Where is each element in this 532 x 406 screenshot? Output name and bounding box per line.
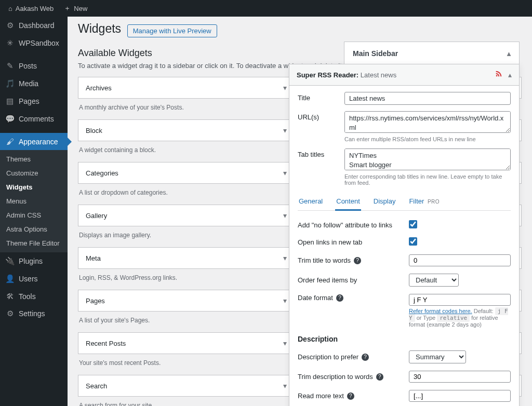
description-heading: Description [298, 335, 511, 343]
tabtitles-label: Tab titles [298, 148, 338, 158]
live-preview-button[interactable]: Manage with Live Preview [127, 24, 217, 37]
sidebar-item-comments[interactable]: 💬Comments [0, 110, 68, 128]
pro-badge: PRO [428, 199, 440, 205]
sidebar-item-label: Media [19, 79, 38, 88]
rss-settings-tabs: General Content Display Filter PRO [298, 192, 511, 211]
urls-textarea[interactable]: https://rss.nytimes.com/services/xml/rss… [344, 111, 511, 133]
available-widget[interactable]: Categories▾ [78, 162, 295, 184]
tools-icon: 🛠 [5, 292, 15, 301]
sidebar-item-media[interactable]: 🎵Media [0, 75, 68, 92]
available-widget[interactable]: Search▾ [78, 375, 295, 397]
tabtitles-textarea[interactable]: NYTimes Smart blogger [344, 148, 511, 170]
main-sidebar-title: Main Sidebar [353, 49, 398, 58]
sidebar-item-posts[interactable]: ✎Posts [0, 57, 68, 75]
hint-text: or Type [415, 315, 437, 321]
available-widget[interactable]: Archives▾ [78, 77, 295, 99]
sidebar-item-pages[interactable]: ▤Pages [0, 92, 68, 110]
chevron-down-icon: ▾ [283, 211, 287, 220]
submenu-admincss[interactable]: Admin CSS [0, 208, 68, 222]
sidebar-item-label: Posts [19, 62, 37, 70]
sidebar-item-label: Dashboard [19, 21, 55, 30]
format-codes-link[interactable]: Refer format codes here. [409, 308, 472, 314]
newtab-checkbox[interactable] [409, 237, 417, 246]
widget-instance-title: Latest news [361, 71, 396, 79]
submenu-themes[interactable]: Themes [0, 152, 68, 166]
widget-title: Gallery [86, 212, 107, 220]
trim-title-label: Trim title to words [298, 256, 351, 264]
sidebar-item-label: Plugins [19, 257, 43, 265]
help-icon[interactable]: ? [362, 354, 369, 361]
settings-icon: ⚙ [5, 309, 15, 318]
widget-title: Archives [86, 84, 112, 92]
chevron-down-icon: ▾ [283, 296, 287, 305]
title-input[interactable] [344, 92, 511, 105]
plugins-icon: 🔌 [5, 256, 15, 266]
widget-title: Block [86, 127, 102, 134]
sidebar-item-settings[interactable]: ⚙Settings [0, 305, 68, 322]
sidebar-item-label: WPSandbox [19, 39, 59, 47]
descprefer-select[interactable]: Summary [409, 350, 466, 363]
widget-panel-header[interactable]: Super RSS Reader: Latest news ▴ [289, 64, 519, 86]
main-sidebar-toggle[interactable]: Main Sidebar ▴ [344, 42, 520, 65]
sidebar-item-dashboard[interactable]: ⚙Dashboard [0, 17, 68, 34]
new-content-link[interactable]: ＋ New [60, 0, 91, 17]
available-widget[interactable]: Gallery▾ [78, 205, 295, 226]
dateformat-input[interactable] [409, 294, 511, 306]
tab-filter[interactable]: Filter PRO [408, 195, 441, 210]
help-icon[interactable]: ? [347, 393, 354, 400]
chevron-up-icon: ▴ [508, 71, 512, 79]
page-title: Widgets [78, 22, 121, 36]
tab-content[interactable]: Content [335, 195, 361, 211]
submenu-menus[interactable]: Menus [0, 194, 68, 208]
chevron-down-icon: ▾ [283, 126, 287, 134]
help-icon[interactable]: ? [376, 373, 383, 381]
chevron-up-icon: ▴ [507, 49, 511, 58]
available-widget[interactable]: Pages▾ [78, 290, 295, 312]
widget-description: A list or dropdown of categories. [78, 188, 295, 200]
widget-title: Pages [86, 297, 105, 305]
sidebar-item-label: Pages [19, 97, 39, 105]
dashboard-icon: ⚙ [5, 21, 15, 30]
trimdesc-label: Trim description to words [298, 373, 373, 381]
help-icon[interactable]: ? [354, 257, 361, 264]
users-icon: 👤 [5, 274, 15, 283]
widget-description: A list of your site's Pages. [78, 316, 295, 328]
title-label: Title [298, 92, 338, 102]
readmore-input[interactable] [409, 390, 511, 402]
rss-icon [495, 70, 503, 80]
sidebar-item-users[interactable]: 👤Users [0, 270, 68, 288]
trim-title-input[interactable] [409, 254, 511, 266]
available-widget[interactable]: Recent Posts▾ [78, 332, 295, 354]
sidebar-item-tools[interactable]: 🛠Tools [0, 288, 68, 305]
tab-display[interactable]: Display [373, 195, 397, 210]
submenu-widgets[interactable]: Widgets [0, 180, 68, 194]
available-widget[interactable]: Meta▾ [78, 247, 295, 269]
orderby-select[interactable]: Default [409, 274, 459, 287]
help-icon[interactable]: ? [336, 294, 343, 302]
newtab-label: Open links in new tab [298, 238, 404, 246]
appearance-submenu: Themes Customize Widgets Menus Admin CSS… [0, 150, 68, 252]
widget-title: Recent Posts [86, 340, 126, 347]
widget-description: Login, RSS, & WordPress.org links. [78, 273, 295, 286]
trimdesc-input[interactable] [409, 371, 511, 383]
sidebar-item-label: Settings [19, 309, 45, 318]
descprefer-label: Description to prefer [298, 353, 358, 361]
available-widget[interactable]: Block▾ [78, 119, 295, 141]
sidebar-item-wpsandbox[interactable]: ✳WPSandbox [0, 34, 68, 52]
tab-filter-label: Filter [409, 197, 424, 205]
sidebar-item-appearance[interactable]: 🖌Appearance [0, 133, 68, 150]
widget-description: A widget containing a block. [78, 145, 295, 158]
widget-description: Your site's most recent Posts. [78, 358, 295, 371]
nofollow-label: Add "no follow" attribute to links [298, 221, 404, 229]
widget-type-name: Super RSS Reader: [297, 71, 358, 79]
submenu-theme-editor[interactable]: Theme File Editor [0, 236, 68, 250]
site-link[interactable]: ⌂ Aakash Web [4, 0, 58, 17]
sidebar-item-plugins[interactable]: 🔌Plugins [0, 252, 68, 270]
admin-bar: ⌂ Aakash Web ＋ New [0, 0, 532, 17]
tab-general[interactable]: General [298, 195, 324, 210]
new-label: New [74, 5, 87, 12]
submenu-customize[interactable]: Customize [0, 166, 68, 180]
admin-sidebar: ⚙Dashboard ✳WPSandbox ✎Posts 🎵Media ▤Pag… [0, 17, 68, 406]
nofollow-checkbox[interactable] [409, 220, 417, 228]
submenu-astra[interactable]: Astra Options [0, 222, 68, 236]
